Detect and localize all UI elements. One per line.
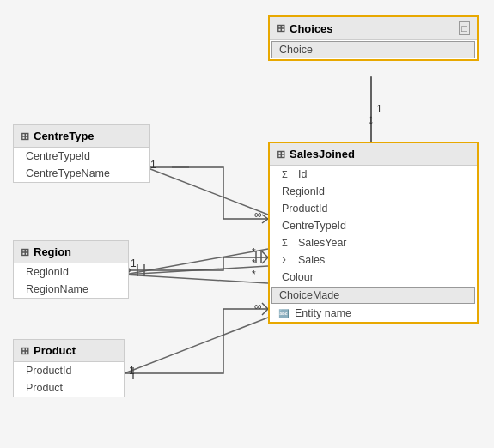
regionname-field: RegionName [14,281,128,298]
label-one-region: 1 [131,257,137,269]
sales-name: Sales [298,254,325,266]
regionid-sj-name: RegionId [282,185,325,197]
productid-sj-field: ProductId [270,200,477,217]
choices-table-header: ⊞ Choices □ [270,17,477,40]
centretype-title: CentreType [34,130,95,142]
colour-field: Colour [270,269,477,286]
regionid-field: RegionId [14,263,128,281]
centretypeid-sj-name: CentreTypeId [282,220,346,232]
region-title: Region [34,245,71,258]
svg-line-13 [262,257,268,263]
choices-table: ⊞ Choices □ Choice [268,15,479,61]
product-name: Product [26,382,63,394]
choices-title: Choices [290,22,333,35]
centretypeid-sj-field: CentreTypeId [270,217,477,234]
entity-name-row: 🔤 Entity name [270,305,477,322]
sum-icon-id: Σ [282,169,294,179]
id-name: Id [298,168,307,180]
region-table: ⊞ Region RegionId RegionName [13,240,129,299]
svg-line-5 [125,275,268,283]
table-icon-centretype: ⊞ [21,130,29,142]
salesjoined-table: ⊞ SalesJoined Σ Id RegionId ProductId Ce… [268,142,479,324]
entity-name-label: Entity name [295,307,351,319]
productid-name: ProductId [26,365,72,377]
salesyear-field: Σ SalesYear [270,234,477,251]
colour-name: Colour [282,271,314,283]
label-one-product: 1 [129,365,135,377]
centretypeid-field: CentreTypeId [14,148,149,165]
salesjoined-title: SalesJoined [290,148,355,160]
productid-field: ProductId [14,362,124,379]
svg-line-3 [125,249,268,275]
choicemade-name: ChoiceMade [279,289,339,301]
svg-line-1 [146,167,268,215]
choicemade-field: ChoiceMade [271,287,475,304]
centretypename-field: CentreTypeName [14,165,149,182]
svg-line-6 [125,318,268,373]
svg-line-9 [262,219,268,223]
table-icon-product: ⊞ [21,345,29,357]
table-icon-salesjoined: ⊞ [277,148,285,160]
regionid-sj-field: RegionId [270,183,477,200]
product-table-header: ⊞ Product [14,340,124,362]
canvas: 1 ↕ 1 ∞ 1 * * * 1 ∞ ⊞ Choices □ Choice ⊞… [0,0,494,448]
label-star-region2: * [252,257,256,269]
collapse-icon[interactable]: □ [459,21,470,35]
table-icon-region: ⊞ [21,246,29,258]
cursor-indicator: ↕ [368,113,375,129]
centretype-table-header: ⊞ CentreType [14,125,149,148]
salesyear-name: SalesYear [298,237,347,249]
centretype-table: ⊞ CentreType CentreTypeId CentreTypeName [13,124,150,183]
entity-icon: 🔤 [278,309,290,318]
id-field: Σ Id [270,166,477,183]
choice-field-name: Choice [279,44,313,56]
svg-line-4 [125,266,268,275]
table-icon: ⊞ [277,22,285,34]
sum-icon-salesyear: Σ [282,238,294,248]
choice-field: Choice [271,41,475,58]
centretypeid-name: CentreTypeId [26,150,90,162]
region-table-header: ⊞ Region [14,241,128,263]
svg-line-19 [262,309,268,315]
product-field: Product [14,379,124,397]
svg-line-18 [262,303,268,309]
svg-line-8 [262,215,268,219]
sales-field: Σ Sales [270,251,477,269]
regionname-name: RegionName [26,283,88,295]
label-star-region3: * [252,269,256,281]
label-star-product: ∞ [254,300,262,312]
product-title: Product [34,344,76,357]
label-one-choices: 1 [376,103,382,115]
regionid-name: RegionId [26,266,69,278]
label-one-centretype: 1 [150,159,156,171]
centretypename-name: CentreTypeName [26,167,110,179]
product-table: ⊞ Product ProductId Product [13,339,125,397]
sum-icon-sales: Σ [282,255,294,265]
label-star-region1: * [252,246,256,258]
label-star-centretype: ∞ [254,209,262,221]
productid-sj-name: ProductId [282,203,328,215]
svg-line-12 [262,251,268,257]
salesjoined-table-header: ⊞ SalesJoined [270,143,477,166]
